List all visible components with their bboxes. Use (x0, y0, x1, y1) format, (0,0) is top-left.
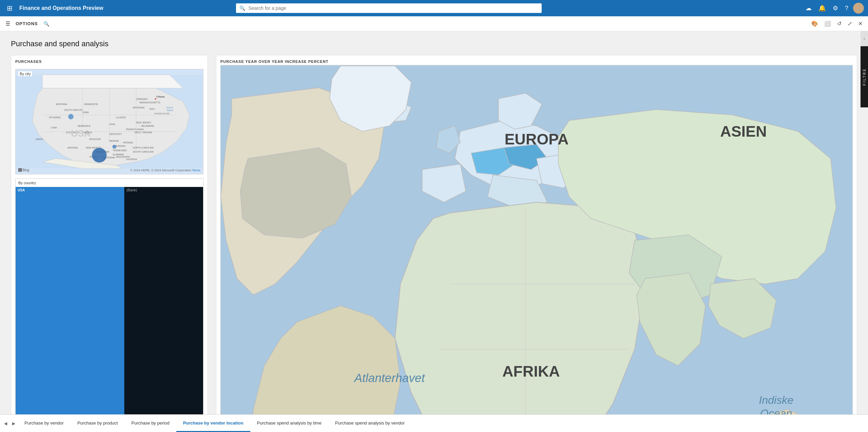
by-city-map: By city (15, 69, 203, 174)
filter-sidebar-label: FILTRE (863, 68, 866, 86)
usa-bar-label: USA (18, 188, 25, 192)
purchases-panel: PURCHASES By city (11, 55, 208, 414)
tab-prev-btn[interactable]: ◀ (1, 415, 10, 432)
svg-text:IDAHO: IDAHO (36, 138, 43, 140)
avatar[interactable] (853, 3, 864, 14)
svg-text:PENNSYLVANIA: PENNSYLVANIA (126, 128, 144, 131)
help-icon[interactable]: ? (843, 3, 850, 14)
main-content: Purchase and spend analysis PURCHASES By… (0, 31, 868, 414)
svg-text:UTAH: UTAH (51, 126, 57, 129)
usa-bar[interactable]: USA 18,46tusind (16, 187, 124, 414)
charts-container: PURCHASES By city (11, 55, 857, 414)
svg-text:SOUTH CAROLINA: SOUTH CAROLINA (133, 151, 154, 153)
svg-point-49 (68, 114, 74, 119)
svg-text:MONTANA: MONTANA (56, 103, 67, 105)
options-label: OPTIONS (16, 21, 38, 26)
svg-text:IOWA: IOWA (83, 111, 89, 114)
svg-point-51 (92, 148, 107, 162)
svg-text:KANSAS: KANSAS (83, 132, 92, 134)
country-bars: USA 18,46tusind (Blank) 20,66tusind (16, 179, 203, 414)
palette-icon[interactable]: 🎨 (810, 19, 819, 28)
tab-spend-time[interactable]: Purchase spend analysis by time (250, 415, 328, 432)
bing-copyright-city: © 2019 HERE, © 2019 Microsoft Corporatio… (130, 169, 200, 172)
office-icon[interactable]: ⬜ (823, 19, 832, 28)
options-bar: ☰ OPTIONS 🔍 🎨 ⬜ ↺ ⤢ ✕ (0, 16, 868, 31)
close-icon[interactable]: ✕ (857, 19, 864, 28)
search-container: 🔍 (236, 3, 542, 13)
tab-product[interactable]: Purchase by product (71, 415, 125, 432)
svg-point-46 (155, 98, 156, 100)
nav-icons: ☁ 🔔 ⚙ ? (803, 2, 864, 14)
options-search-icon[interactable]: 🔍 (42, 20, 51, 28)
svg-text:VIRGINIA: VIRGINIA (123, 141, 133, 144)
cloud-icon[interactable]: ☁ (803, 2, 814, 14)
yoy-panel: PURCHASE YEAR OVER YEAR INCREASE PERCENT (216, 55, 857, 414)
filter-sidebar-container: ‹ FILTRE (861, 31, 868, 107)
svg-text:OHIO: OHIO (109, 123, 115, 125)
yoy-header: PURCHASE YEAR OVER YEAR INCREASE PERCENT (220, 59, 853, 64)
search-icon: 🔍 (239, 5, 245, 11)
refresh-icon[interactable]: ↺ (836, 19, 843, 28)
svg-text:NORTH CAROLINA: NORTH CAROLINA (133, 146, 154, 149)
svg-text:ARIZONA: ARIZONA (68, 146, 78, 149)
svg-text:Gulf of: Gulf of (166, 106, 173, 109)
svg-text:KENTUCKY: KENTUCKY (109, 133, 122, 135)
blank-bar[interactable]: (Blank) 20,66tusind (124, 187, 203, 414)
grid-icon[interactable]: ⊞ (4, 1, 15, 15)
bell-icon[interactable]: 🔔 (816, 2, 828, 14)
svg-text:ALABAMA: ALABAMA (113, 153, 124, 156)
bing-icon-city: 🅱 (18, 168, 22, 172)
svg-text:MICHIGAN: MICHIGAN (133, 106, 144, 109)
svg-point-50 (112, 145, 116, 149)
usa-map-svg: MONTANA MINNESOTA WYOMING IOWA UTAH OHIO… (16, 69, 203, 174)
expand-icon[interactable]: ⤢ (846, 19, 853, 28)
svg-marker-64 (395, 202, 646, 414)
svg-text:ILLINOIS: ILLINOIS (116, 116, 126, 119)
svg-text:Ottawa: Ottawa (156, 95, 165, 98)
blank-bar-label: (Blank) (126, 188, 137, 192)
tab-vendor[interactable]: Purchase by vendor (18, 415, 71, 432)
svg-text:Indiske: Indiske (759, 394, 794, 406)
bing-logo-city: 🅱 Bing (18, 168, 29, 172)
svg-text:EUROPA: EUROPA (505, 131, 569, 148)
app-title: Finance and Operations Preview (19, 5, 103, 11)
svg-text:INDIANA: INDIANA (109, 140, 119, 142)
search-input[interactable] (236, 3, 542, 13)
settings-icon[interactable]: ⚙ (831, 2, 840, 14)
world-map-svg: EUROPA ASIEN Atlanterhavet AFRIKA SYDAME… (221, 65, 852, 414)
svg-text:SOUTH DAKOTA: SOUTH DAKOTA (64, 109, 83, 111)
svg-text:NOV...: NOV... (149, 108, 156, 110)
yoy-map: EUROPA ASIEN Atlanterhavet AFRIKA SYDAME… (220, 65, 853, 414)
svg-text:GEORGIA: GEORGIA (126, 158, 137, 160)
svg-text:DELAWARE: DELAWARE (141, 125, 154, 127)
svg-text:RHODE ISLAND: RHODE ISLAND (155, 113, 169, 115)
svg-text:AFRIKA: AFRIKA (502, 363, 560, 380)
tab-next-btn[interactable]: ▶ (10, 415, 18, 432)
tab-spend-vendor[interactable]: Purchase spend analysis by vendor (328, 415, 412, 432)
hamburger-icon[interactable]: ☰ (4, 19, 12, 28)
tab-vendor-location[interactable]: Purchase by vendor location (176, 415, 250, 432)
svg-marker-7 (42, 75, 183, 88)
svg-text:MINNESOTA: MINNESOTA (84, 103, 98, 105)
filter-sidebar[interactable]: FILTRE (861, 46, 868, 107)
svg-text:ASIEN: ASIEN (720, 123, 767, 140)
svg-text:Ocean: Ocean (760, 407, 792, 414)
purchases-header: PURCHASES (15, 59, 203, 64)
page-title: Purchase and spend analysis (11, 39, 857, 48)
options-bar-right: 🎨 ⬜ ↺ ⤢ ✕ (810, 19, 864, 28)
by-country-label: By country (18, 181, 36, 185)
svg-text:WYOMING: WYOMING (49, 116, 61, 119)
svg-text:MISSOURI: MISSOURI (89, 138, 101, 140)
svg-text:NEW JERSEY: NEW JERSEY (136, 121, 151, 124)
svg-text:NEBRASKA: NEBRASKA (77, 125, 90, 127)
filter-collapse-btn[interactable]: ‹ (861, 31, 868, 46)
svg-text:WEST VIRGINIA: WEST VIRGINIA (134, 132, 152, 134)
svg-text:TENNESSEE: TENNESSEE (113, 149, 127, 152)
bottom-tabs: ◀ ▶ Purchase by vendor Purchase by produ… (0, 414, 868, 432)
tab-period[interactable]: Purchase by period (125, 415, 176, 432)
svg-text:MISSISSIPPI: MISSISSIPPI (116, 156, 130, 158)
svg-text:Atlanterhavet: Atlanterhavet (354, 371, 426, 384)
top-nav: ⊞ Finance and Operations Preview 🔍 ☁ 🔔 ⚙… (0, 0, 868, 16)
svg-text:Maine: Maine (167, 109, 174, 111)
svg-text:MASSACHUSETTS: MASSACHUSETTS (140, 101, 161, 104)
